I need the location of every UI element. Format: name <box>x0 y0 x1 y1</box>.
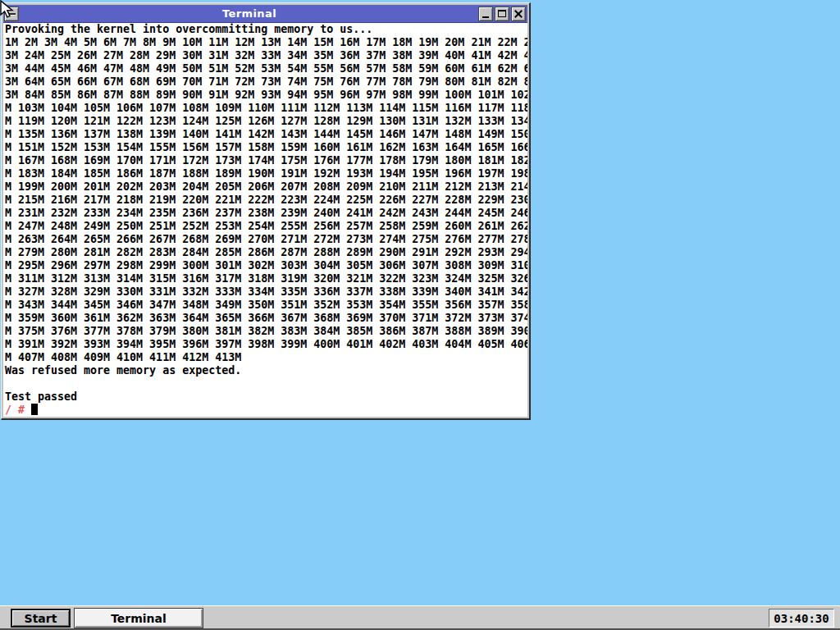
minimize-icon <box>482 16 489 18</box>
taskbar-item-terminal[interactable]: Terminal <box>74 608 203 628</box>
desktop[interactable]: { "colors": { "desktop": "#87cdf9", "tit… <box>0 0 840 630</box>
terminal-output: Provoking the kernel into overcommitting… <box>3 23 527 404</box>
window-title: Terminal <box>21 5 478 23</box>
terminal-content[interactable]: Provoking the kernel into overcommitting… <box>3 23 527 417</box>
terminal-prompt-line: / # <box>3 404 527 417</box>
shell-prompt: / # <box>5 404 25 416</box>
taskbar-clock: 03:40:30 <box>769 609 834 628</box>
taskbar: Start Terminal 03:40:30 <box>0 605 840 630</box>
start-button[interactable]: Start <box>11 609 71 628</box>
minimize-button[interactable] <box>478 7 493 21</box>
start-button-label: Start <box>25 612 57 625</box>
close-button[interactable] <box>511 7 526 21</box>
window-menu-button[interactable] <box>4 7 19 21</box>
close-icon <box>514 9 523 19</box>
maximize-button[interactable] <box>495 7 509 21</box>
terminal-window: Terminal Provoking the kernel into overc… <box>1 2 531 420</box>
maximize-icon <box>498 10 506 17</box>
clock-text: 03:40:30 <box>774 612 829 625</box>
titlebar[interactable]: Terminal <box>3 5 527 23</box>
window-menu-icon <box>7 13 16 15</box>
text-cursor <box>31 404 38 415</box>
taskbar-item-label: Terminal <box>111 612 167 625</box>
